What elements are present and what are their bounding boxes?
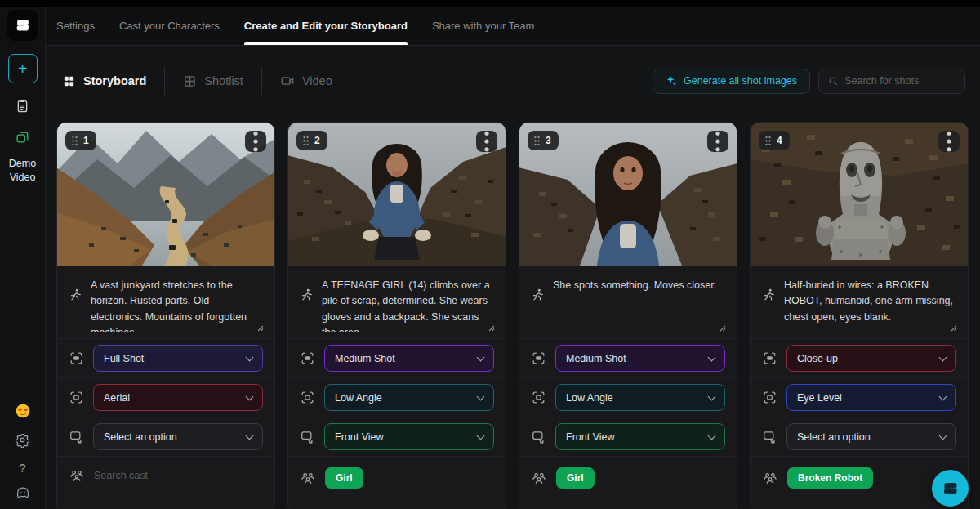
shot-menu-button[interactable] — [245, 131, 266, 152]
cast-icon — [531, 470, 547, 486]
camera-angle-row: Low Angle — [288, 377, 506, 417]
cast-row: Girl — [288, 456, 506, 499]
shot-number: 3 — [546, 135, 551, 146]
search-cast-input[interactable]: Search cast — [94, 470, 148, 481]
cast-row: Girl — [519, 456, 737, 499]
camera-angle-icon — [300, 390, 315, 405]
shot-description[interactable]: A vast junkyard stretches to the horizon… — [91, 278, 263, 332]
view-storyboard[interactable]: Storyboard — [57, 74, 164, 88]
tab-share-team[interactable]: Share with your Team — [432, 7, 535, 45]
cast-icon — [69, 467, 85, 484]
camera-angle-select[interactable]: Low Angle — [555, 384, 725, 411]
camera-angle-select[interactable]: Eye Level — [786, 384, 956, 411]
resize-handle[interactable] — [257, 325, 264, 332]
feedback-emoji-icon[interactable] — [15, 403, 31, 422]
shot-type-select[interactable]: Medium Shot — [555, 345, 725, 372]
shot-type-select[interactable]: Full Shot — [93, 345, 263, 372]
shot-description[interactable]: She spots something. Moves closer. — [553, 278, 725, 332]
sidebar: + Demo Video — [0, 7, 46, 509]
camera-angle-row: Eye Level — [751, 377, 968, 417]
cast-tag[interactable]: Girl — [556, 467, 595, 489]
cast-icon — [300, 470, 316, 486]
drag-handle-icon — [71, 136, 78, 146]
shot-drag-badge[interactable]: 1 — [65, 131, 96, 150]
shot-image[interactable]: 4 — [751, 123, 968, 266]
discord-icon[interactable] — [15, 484, 31, 504]
tab-cast-characters[interactable]: Cast your Characters — [119, 7, 220, 45]
shot-card: 3 She spots something. Moves close — [519, 122, 737, 509]
ellipsis-icon — [476, 131, 497, 152]
shot-image[interactable]: 2 — [288, 123, 506, 266]
chevron-down-icon — [477, 431, 485, 440]
camera-move-select[interactable]: Front View — [555, 423, 725, 450]
action-icon — [762, 288, 776, 301]
shot-type-row: Medium Shot — [519, 338, 737, 377]
shot-menu-button[interactable] — [476, 131, 497, 152]
shot-description[interactable]: A TEENAGE GIRL (14) climbs over a pile o… — [322, 278, 494, 332]
camera-move-icon — [762, 429, 777, 444]
shot-card: 1 A vast junkyard stretches to the — [56, 122, 275, 509]
shot-type-icon — [762, 350, 777, 366]
camera-angle-icon — [69, 390, 84, 405]
sidebar-item-project[interactable]: Demo Video — [4, 157, 42, 185]
action-icon — [69, 288, 82, 301]
chevron-down-icon — [939, 392, 947, 400]
help-icon[interactable]: ? — [19, 461, 25, 475]
shot-type-icon — [300, 350, 315, 366]
clipboard-icon[interactable] — [14, 96, 32, 114]
tab-create-edit-storyboard[interactable]: Create and Edit your Storyboard — [244, 7, 408, 45]
camera-move-row: Select an option — [57, 417, 274, 456]
view-shotlist[interactable]: Shotlist — [165, 74, 261, 88]
new-project-button[interactable]: + — [8, 54, 38, 83]
app-window: + Demo Video — [0, 0, 980, 509]
gear-icon[interactable] — [15, 432, 30, 451]
chevron-down-icon — [246, 431, 254, 440]
drag-handle-icon — [302, 136, 310, 146]
shot-image[interactable]: 1 — [57, 123, 274, 266]
camera-move-select[interactable]: Front View — [324, 423, 494, 450]
shot-drag-badge[interactable]: 2 — [296, 131, 327, 150]
chevron-down-icon — [477, 353, 485, 361]
ellipsis-icon — [707, 131, 728, 152]
chevron-down-icon — [708, 353, 716, 361]
cast-tag[interactable]: Broken Robot — [787, 467, 873, 489]
tab-settings[interactable]: Settings — [56, 7, 95, 45]
shot-type-select[interactable]: Medium Shot — [324, 345, 494, 372]
shot-drag-badge[interactable]: 3 — [528, 131, 559, 150]
drag-handle-icon — [764, 136, 772, 146]
camera-move-select[interactable]: Select an option — [93, 423, 263, 450]
search-input[interactable] — [844, 75, 956, 87]
chevron-down-icon — [939, 431, 947, 440]
shot-number: 1 — [83, 135, 89, 146]
camera-move-select[interactable]: Select an option — [786, 423, 956, 450]
shot-type-row: Medium Shot — [288, 338, 506, 377]
shot-menu-button[interactable] — [938, 131, 960, 152]
app-logo[interactable] — [7, 10, 38, 41]
shot-drag-badge[interactable]: 4 — [759, 131, 790, 150]
cast-icon — [762, 470, 778, 486]
resize-handle[interactable] — [488, 325, 495, 332]
shot-type-row: Close-up — [751, 338, 968, 377]
chevron-down-icon — [477, 392, 485, 400]
storyboard-cards: 1 A vast junkyard stretches to the — [46, 95, 980, 509]
shot-menu-button[interactable] — [707, 131, 728, 152]
shot-type-select[interactable]: Close-up — [786, 345, 956, 372]
camera-angle-select[interactable]: Aerial — [93, 384, 263, 411]
search-shots-box[interactable] — [818, 69, 965, 94]
resize-handle[interactable] — [951, 325, 957, 332]
shot-description[interactable]: Half-buried in wires: a BROKEN ROBOT, hu… — [784, 278, 956, 332]
view-video[interactable]: Video — [262, 74, 350, 88]
camera-move-icon — [300, 429, 315, 444]
shot-image[interactable]: 3 — [519, 123, 737, 266]
action-icon — [531, 288, 545, 301]
chat-widget-button[interactable] — [932, 470, 969, 507]
generate-all-shots-button[interactable]: Generate all shot images — [653, 69, 810, 94]
drag-handle-icon — [533, 136, 541, 146]
camera-angle-row: Low Angle — [519, 377, 737, 417]
camera-angle-select[interactable]: Low Angle — [324, 384, 494, 411]
cast-tag[interactable]: Girl — [325, 467, 363, 489]
search-icon — [828, 75, 838, 87]
layers-icon[interactable] — [14, 127, 32, 145]
table-icon — [183, 74, 197, 88]
resize-handle[interactable] — [719, 325, 726, 332]
